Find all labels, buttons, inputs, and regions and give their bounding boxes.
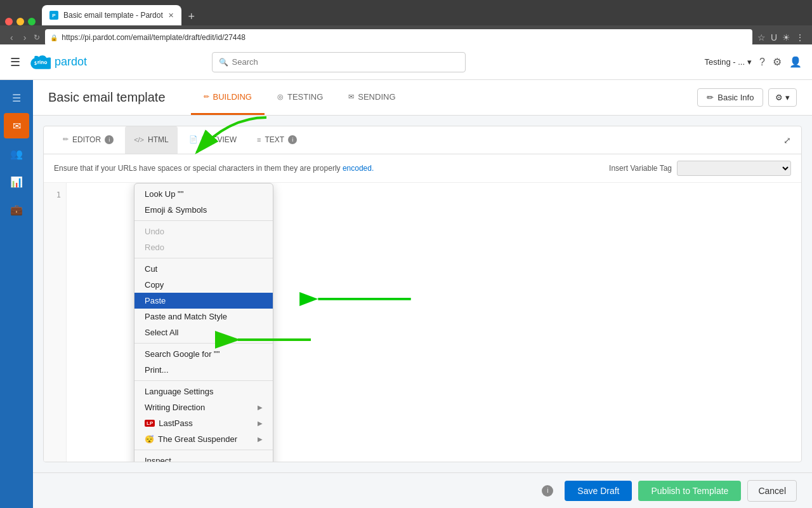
ctx-paste-match[interactable]: Paste and Match Style: [134, 309, 273, 324]
address-url: https://pi.pardot.com/email/template/dra…: [62, 33, 246, 42]
forward-btn[interactable]: ›: [21, 31, 29, 44]
browser-menu-btn[interactable]: ⋮: [796, 32, 804, 43]
tab-sending[interactable]: ✉ SENDING: [336, 80, 408, 115]
arrow-icon-3: ▶: [258, 436, 263, 443]
editor-tab-label: EDITOR: [72, 135, 101, 144]
pardot-logo-text: pardot: [55, 55, 87, 69]
pencil-icon: ✏: [707, 93, 714, 102]
ctx-copy[interactable]: Copy: [134, 277, 273, 293]
editor-container: ✏ EDITOR i </> HTML 📄 PREVIEW ≡ TEXT: [43, 126, 802, 462]
page-header: Basic email template ✏ BUILDING ◎ TESTIN…: [33, 80, 812, 116]
refresh-btn[interactable]: ↻: [34, 33, 40, 42]
sidebar-item-contacts[interactable]: 👥: [4, 141, 29, 166]
line-number-1: 1: [49, 190, 61, 199]
active-browser-tab[interactable]: P Basic email template - Pardot ✕: [42, 5, 181, 25]
ctx-search-google[interactable]: Search Google for "": [134, 346, 273, 362]
footer-info-icon[interactable]: i: [542, 485, 553, 497]
sidebar-item-email[interactable]: ✉: [4, 113, 29, 138]
variable-tag-select[interactable]: [677, 161, 791, 176]
suspender-icon: 😴: [145, 435, 154, 444]
back-btn[interactable]: ‹: [8, 31, 16, 44]
editor-tabs: ✏ EDITOR i </> HTML 📄 PREVIEW ≡ TEXT: [44, 126, 801, 154]
basic-info-button[interactable]: ✏ Basic Info: [697, 88, 763, 107]
text-info-icon[interactable]: i: [288, 135, 297, 144]
info-text: Ensure that if your URLs have spaces or …: [54, 164, 374, 173]
ctx-emoji[interactable]: Emoji & Symbols: [134, 202, 273, 218]
new-tab-btn[interactable]: +: [183, 8, 200, 25]
text-tab-label: TEXT: [265, 135, 284, 144]
code-area: 1 Look Up "" Emoji & Symbols Undo Redo C…: [44, 183, 801, 462]
testing-dropdown[interactable]: Testing - ... ▾: [705, 57, 752, 67]
save-draft-button[interactable]: Save Draft: [565, 481, 632, 501]
sidebar-item-home[interactable]: ☰: [4, 85, 29, 110]
ctx-sep-4: [134, 380, 273, 381]
variable-tag-section: Insert Variable Tag: [609, 161, 791, 176]
building-tab-label: BUILDING: [213, 92, 252, 102]
ctx-lastpass[interactable]: LP LastPass ▶: [134, 415, 273, 431]
sending-tab-icon: ✉: [348, 93, 354, 101]
ctx-language-settings[interactable]: Language Settings: [134, 384, 273, 399]
search-icon: 🔍: [219, 58, 228, 67]
extension-sun-btn[interactable]: ☀: [782, 32, 790, 43]
publish-to-template-button[interactable]: Publish to Template: [638, 481, 741, 501]
extension-u-btn[interactable]: U: [771, 32, 777, 43]
testing-tab-icon: ◎: [277, 93, 284, 101]
sidebar: ☰ ✉ 👥 📊 💼: [0, 80, 33, 508]
ctx-sep-1: [134, 220, 273, 221]
text-tab-icon: ≡: [257, 136, 261, 144]
tab-building[interactable]: ✏ BUILDING: [191, 80, 265, 115]
help-icon[interactable]: ?: [759, 57, 765, 68]
tab-testing[interactable]: ◎ TESTING: [265, 80, 336, 115]
sidebar-item-chart[interactable]: 📊: [4, 169, 29, 194]
ctx-cut[interactable]: Cut: [134, 261, 273, 277]
settings-icon[interactable]: ⚙: [773, 56, 782, 68]
tab-html[interactable]: </> HTML: [125, 126, 178, 154]
page-header-actions: ✏ Basic Info ⚙ ▾: [697, 88, 797, 107]
cancel-button[interactable]: Cancel: [747, 480, 797, 502]
minimize-window-btn[interactable]: [16, 18, 24, 25]
ctx-undo: Undo: [134, 224, 273, 239]
ctx-inspect[interactable]: Inspect: [134, 453, 273, 462]
footer: i Save Draft Publish to Template Cancel: [33, 472, 812, 508]
tab-text[interactable]: ≡ TEXT i: [248, 126, 306, 154]
page-tabs: ✏ BUILDING ◎ TESTING ✉ SENDING: [191, 80, 409, 115]
building-tab-icon: ✏: [204, 93, 209, 101]
salesforce-logo-icon: [30, 55, 51, 69]
search-bar: 🔍: [212, 52, 466, 72]
settings-dropdown-button[interactable]: ⚙ ▾: [768, 88, 797, 107]
ctx-print[interactable]: Print...: [134, 362, 273, 378]
ctx-lookup[interactable]: Look Up "": [134, 186, 273, 202]
ctx-writing-direction[interactable]: Writing Direction ▶: [134, 399, 273, 415]
window-controls: [5, 18, 36, 25]
testing-tab-label: TESTING: [287, 92, 323, 102]
page-title: Basic email template: [48, 90, 166, 105]
expand-editor-btn[interactable]: ⤢: [783, 135, 791, 145]
arrow-icon: ▶: [258, 404, 263, 411]
tab-close-btn[interactable]: ✕: [168, 11, 174, 20]
line-numbers: 1: [44, 183, 67, 462]
ctx-great-suspender[interactable]: 😴 The Great Suspender ▶: [134, 431, 273, 447]
ctx-sep-5: [134, 450, 273, 450]
bookmark-btn[interactable]: ☆: [757, 32, 766, 43]
editor-info-icon[interactable]: i: [105, 135, 114, 144]
encoded-link[interactable]: encoded.: [343, 164, 374, 173]
arrow-icon-2: ▶: [258, 420, 263, 427]
tab-preview[interactable]: 📄 PREVIEW: [180, 126, 246, 154]
address-bar[interactable]: 🔒 https://pi.pardot.com/email/template/d…: [45, 29, 752, 46]
maximize-window-btn[interactable]: [28, 18, 36, 25]
ctx-paste[interactable]: Paste: [134, 293, 273, 309]
context-menu: Look Up "" Emoji & Symbols Undo Redo Cut…: [134, 183, 273, 462]
main-content: Basic email template ✏ BUILDING ◎ TESTIN…: [33, 80, 812, 508]
hamburger-menu-btn[interactable]: ☰: [10, 55, 20, 69]
topnav-right: Testing - ... ▾ ? ⚙ 👤: [705, 56, 802, 68]
sidebar-item-briefcase[interactable]: 💼: [4, 197, 29, 222]
close-window-btn[interactable]: [5, 18, 13, 25]
ctx-redo: Redo: [134, 239, 273, 255]
logo: pardot: [30, 55, 87, 69]
tab-editor[interactable]: ✏ EDITOR i: [54, 126, 122, 154]
search-input-wrap[interactable]: 🔍: [212, 52, 466, 72]
preview-tab-icon: 📄: [189, 135, 198, 144]
user-icon[interactable]: 👤: [789, 56, 802, 68]
search-input[interactable]: [232, 57, 459, 67]
ctx-select-all[interactable]: Select All: [134, 324, 273, 340]
